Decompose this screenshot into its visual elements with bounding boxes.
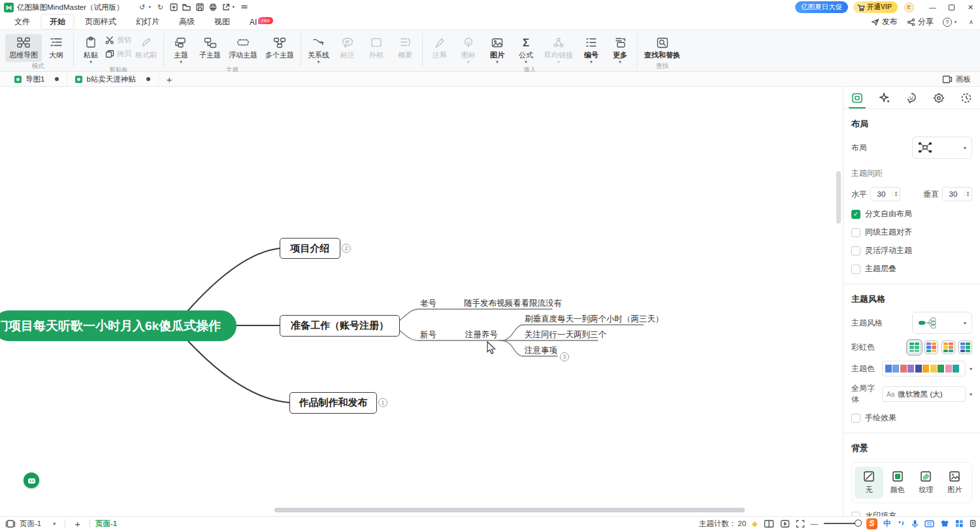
subtopic-vertical[interactable]: 刷垂直度每天一到两个小时（两三天） [525, 314, 664, 325]
checkbox-checked-icon[interactable]: ✓ [851, 210, 860, 219]
tab-home[interactable]: 开始 [42, 15, 73, 29]
print-icon[interactable] [206, 2, 220, 12]
doc-tab-2[interactable]: b站卖天涯神贴 [67, 72, 158, 86]
skin-icon[interactable] [940, 520, 949, 527]
tab-advanced[interactable]: 高级 [171, 15, 203, 29]
topic-node-intro[interactable]: 项目介绍 [280, 238, 340, 259]
collapse-badge[interactable]: 3 [560, 352, 569, 361]
bg-option-image[interactable]: 图片 [940, 467, 969, 499]
subtopic-register[interactable]: 注册养号 [465, 329, 498, 340]
tab-page-style[interactable]: 页面样式 [77, 15, 124, 29]
page-selector-dropdown[interactable]: 页面-1 ▾ [16, 519, 59, 529]
microphone-icon[interactable] [911, 520, 919, 528]
theme-style-dropdown[interactable]: ▾ [912, 312, 972, 334]
tab-slides[interactable]: 幻灯片 [128, 15, 167, 29]
vertical-scrollbar[interactable] [836, 171, 841, 224]
stepper-arrows-icon[interactable]: ▲▼ [964, 191, 972, 197]
bg-option-none[interactable]: 无 [855, 467, 883, 499]
numbering-button[interactable]: 编号 ▾ [577, 34, 606, 66]
outline-mode-button[interactable]: 大纲 [42, 34, 71, 62]
save-icon[interactable] [193, 2, 206, 12]
topic-button[interactable]: 主题 ▾ [167, 34, 195, 66]
rainbow-option-3[interactable] [941, 340, 955, 354]
stepper-arrows-icon[interactable]: ▲▼ [892, 191, 900, 197]
board-button[interactable]: 画板 [942, 75, 971, 84]
panel-tab-sticker[interactable] [898, 87, 926, 108]
layout-dropdown[interactable]: ▾ [912, 137, 972, 159]
doc-tab-1-dot-icon[interactable] [55, 77, 59, 81]
checkbox-flexible-floating[interactable]: 灵活浮动主题 [851, 245, 972, 256]
checkbox-icon[interactable] [851, 512, 860, 517]
customize-toolbar-icon[interactable] [238, 2, 251, 12]
checkbox-sibling-align[interactable]: 同级主题对齐 [851, 227, 972, 238]
find-replace-button[interactable]: 查找和替换 [640, 34, 684, 62]
tab-file[interactable]: 文件 [7, 15, 38, 29]
undo-icon[interactable]: ↺ [136, 2, 149, 12]
panel-tab-ai[interactable] [871, 87, 898, 108]
vip-button[interactable]: 开通VIP [853, 1, 898, 13]
copy-button[interactable]: 拷贝 [105, 49, 131, 59]
diamond-icon[interactable]: ◆ [752, 520, 757, 528]
export-icon[interactable] [220, 2, 233, 12]
share-button[interactable]: 分享 [907, 16, 934, 27]
formula-button[interactable]: Σ 公式 ▾ [512, 34, 540, 66]
rainbow-option-2[interactable] [924, 340, 938, 354]
checkbox-handdrawn[interactable]: 手绘效果 [851, 412, 972, 423]
picture-button[interactable]: 图片 ▾ [483, 34, 512, 66]
horizontal-scrollbar[interactable] [274, 508, 745, 512]
root-topic-node[interactable]: 门项目每天听歌一小时月入6k傻瓜式操作 [0, 310, 237, 341]
subtopic-button[interactable]: 子主题 [195, 34, 225, 62]
zoom-slider-knob[interactable] [855, 520, 862, 527]
multi-topic-button[interactable]: 多个主题 [261, 34, 298, 62]
paste-button[interactable]: 粘贴 ▾ [76, 34, 105, 66]
panel-tab-theme[interactable] [925, 87, 953, 108]
toolbox-icon[interactable] [955, 520, 964, 527]
slideshow-icon[interactable] [780, 520, 790, 528]
new-doc-tab-button[interactable]: + [159, 74, 180, 85]
ime-punctuation-icon[interactable] [897, 520, 906, 527]
subtopic-old-account-child[interactable]: 随手发布视频看看限流没有 [464, 298, 562, 309]
collapse-badge[interactable]: 2 [342, 244, 351, 253]
minimize-button[interactable]: — [923, 0, 942, 14]
pages-icon[interactable] [5, 520, 16, 528]
subtopic-old-account[interactable]: 老号 [420, 298, 436, 309]
keyboard-icon[interactable] [924, 520, 934, 527]
zoom-out-icon[interactable]: — [811, 520, 819, 527]
tab-view[interactable]: 视图 [206, 15, 238, 29]
map-view-icon[interactable] [764, 520, 774, 528]
rainbow-option-4[interactable] [958, 340, 972, 354]
checkbox-watermark[interactable]: 水印填充 [851, 510, 972, 516]
rainbow-option-1[interactable] [907, 340, 921, 354]
avatar[interactable]: E [904, 3, 914, 12]
checkbox-icon[interactable] [851, 228, 860, 237]
promo-badge[interactable]: 亿图夏日大促 [795, 1, 848, 13]
add-page-button[interactable]: + [71, 518, 84, 529]
floating-topic-button[interactable]: 浮动主题 [225, 34, 261, 62]
global-font-dropdown[interactable]: Aa 微软雅黑 (大) [882, 386, 966, 402]
panel-tab-history[interactable] [953, 87, 980, 108]
more-button[interactable]: 更多 ▾ [606, 34, 634, 66]
checkbox-free-layout[interactable]: ✓ 分支自由布局 [851, 208, 972, 220]
doc-tab-2-dot-icon[interactable] [146, 77, 150, 81]
undo-caret-icon[interactable]: ▾ [149, 5, 154, 10]
ime-chinese-icon[interactable]: 中 [883, 518, 891, 529]
topic-node-publish[interactable]: 作品制作和发布 [289, 392, 377, 414]
panel-tab-style[interactable] [843, 87, 871, 108]
mindmap-mode-button[interactable]: 思维导图 [5, 34, 42, 62]
mindmap-canvas[interactable]: 门项目每天听歌一小时月入6k傻瓜式操作 项目介绍 2 准备工作（账号注册） 老号… [0, 87, 843, 516]
topic-node-prepare[interactable]: 准备工作（账号注册） [280, 315, 400, 337]
ai-assistant-bubble[interactable] [24, 472, 39, 488]
checkbox-topic-overlap[interactable]: 主题层叠 [851, 263, 972, 274]
collapse-badge[interactable]: 1 [378, 398, 387, 407]
close-button[interactable]: ✕ [961, 0, 980, 14]
bg-option-color[interactable]: 颜色 [883, 467, 912, 499]
zoom-slider[interactable] [824, 523, 860, 524]
theme-color-swatches[interactable] [882, 361, 966, 376]
fullscreen-icon[interactable] [796, 520, 805, 528]
subtopic-notes[interactable]: 注意事项 [525, 345, 557, 356]
new-file-icon[interactable] [167, 2, 180, 12]
collapse-ribbon-button[interactable]: ∧ [969, 18, 973, 25]
relation-line-button[interactable]: 关系线 ▾ [304, 34, 333, 66]
horizontal-spacing-stepper[interactable]: 30 ▲▼ [870, 187, 900, 201]
bg-option-texture[interactable]: 纹理 [912, 467, 941, 499]
